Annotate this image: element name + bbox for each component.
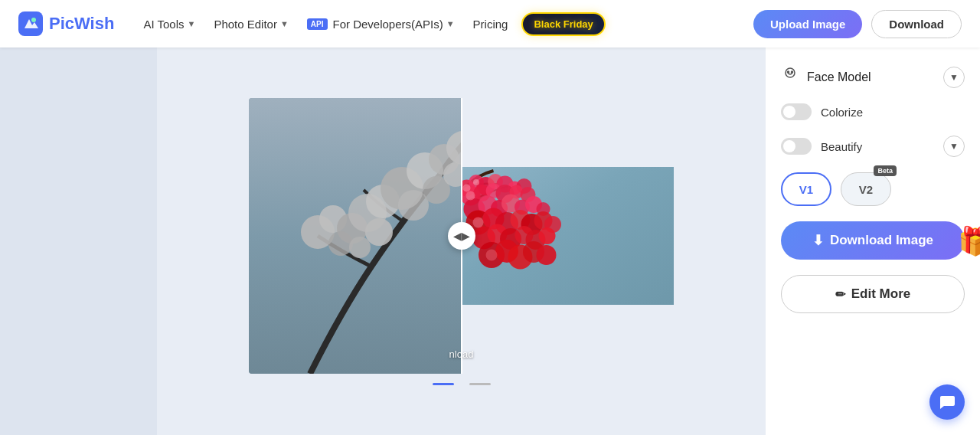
beautify-row: Beautify ▼ (781, 136, 965, 157)
edit-more-icon: ✏ (835, 287, 845, 302)
nav-photo-editor-label: Photo Editor (214, 18, 277, 31)
image-before (249, 98, 462, 374)
pagination (433, 383, 491, 385)
face-model-label: Face Model (807, 70, 936, 84)
svg-point-64 (788, 71, 789, 73)
svg-point-60 (466, 191, 475, 200)
nav-right: Upload Image Download (753, 10, 962, 38)
edit-more-button[interactable]: ✏ Edit More (781, 275, 965, 313)
picwish-logo-icon (18, 11, 43, 36)
gift-icon[interactable]: 🎁 (958, 225, 980, 257)
nav-pricing-label: Pricing (473, 18, 508, 31)
colorize-label: Colorize (821, 106, 863, 119)
nav-developers[interactable]: API For Developers(APIs) ▼ (299, 13, 462, 35)
version-row: V1 Beta V2 (781, 172, 965, 206)
navbar: PicWish AI Tools ▼ Photo Editor ▼ API Fo… (0, 0, 980, 47)
left-sidebar (0, 47, 157, 435)
download-image-icon: ⬇ (812, 232, 824, 249)
nav-ai-tools[interactable]: AI Tools ▼ (136, 13, 203, 35)
svg-point-57 (536, 245, 556, 265)
nav-pricing[interactable]: Pricing (466, 13, 516, 35)
chat-button[interactable] (929, 384, 965, 420)
beautify-knob (783, 140, 795, 152)
nav-developers-chevron: ▼ (446, 19, 455, 28)
svg-point-15 (365, 218, 393, 246)
v1-button[interactable]: V1 (781, 172, 831, 206)
face-model-dropdown[interactable]: ▼ (943, 67, 965, 88)
upload-image-button[interactable]: Upload Image (753, 10, 862, 38)
nav-photo-editor[interactable]: Photo Editor ▼ (206, 13, 296, 35)
beautify-toggle[interactable] (781, 138, 812, 155)
download-image-label: Download Image (830, 233, 933, 248)
nav-ai-tools-label: AI Tools (143, 18, 184, 31)
nav-items: AI Tools ▼ Photo Editor ▼ API For Develo… (136, 12, 605, 36)
image-after (462, 98, 675, 374)
edit-more-label: Edit More (851, 286, 910, 302)
svg-point-58 (462, 184, 470, 191)
api-badge: API (307, 18, 328, 30)
svg-point-1 (31, 18, 36, 22)
svg-point-52 (538, 227, 555, 244)
v2-button[interactable]: Beta V2 (841, 172, 891, 206)
svg-point-13 (328, 231, 353, 256)
svg-point-63 (786, 68, 795, 77)
page-dot-2[interactable] (469, 383, 491, 385)
svg-point-65 (792, 71, 793, 73)
logo-text: PicWish (49, 14, 114, 34)
image-container: ◀▶ nload (249, 98, 674, 374)
logo[interactable]: PicWish (18, 11, 114, 36)
slider-handle[interactable]: ◀▶ (448, 222, 475, 250)
colorize-row: Colorize (781, 103, 965, 120)
face-model-row: Face Model ▼ (781, 66, 965, 88)
download-button[interactable]: Download (871, 10, 962, 38)
main-content: ◀▶ nload Face Model ▼ (0, 47, 980, 435)
nav-ai-tools-chevron: ▼ (187, 19, 195, 28)
page-dot-1[interactable] (433, 383, 454, 385)
beautify-label: Beautify (821, 140, 862, 153)
svg-point-61 (472, 217, 483, 227)
svg-point-62 (485, 249, 497, 260)
colorize-knob (783, 106, 795, 118)
right-panel: Face Model ▼ Colorize Beautify ▼ V1 Beta… (766, 47, 980, 435)
svg-point-14 (349, 237, 371, 258)
download-image-button[interactable]: ⬇ Download Image (781, 221, 965, 260)
colorize-toggle[interactable] (781, 103, 812, 120)
black-friday-badge[interactable]: Black Friday (521, 12, 605, 36)
beautify-expand[interactable]: ▼ (943, 136, 965, 157)
nav-developers-label: For Developers(APIs) (333, 18, 443, 31)
svg-point-59 (473, 179, 479, 185)
image-area: ◀▶ nload (157, 47, 766, 435)
v2-label: V2 (859, 183, 873, 196)
beta-badge: Beta (874, 165, 897, 176)
nav-photo-editor-chevron: ▼ (280, 19, 289, 28)
face-model-icon (781, 66, 799, 88)
